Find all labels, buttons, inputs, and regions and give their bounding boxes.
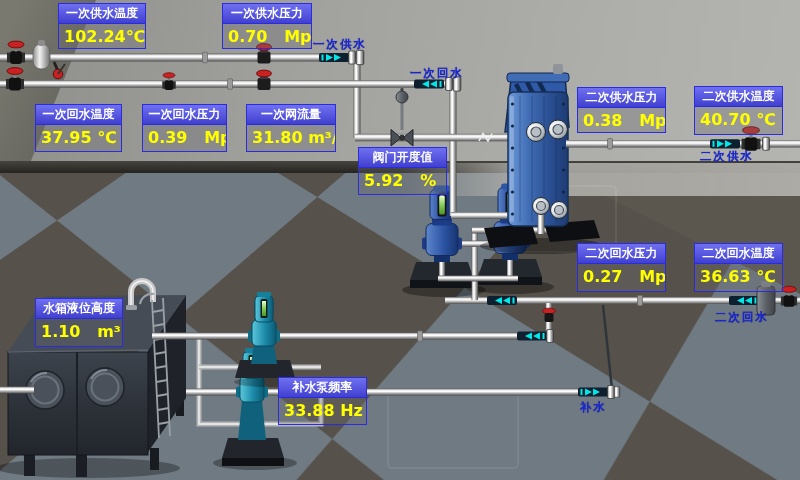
piping-diagram [0,0,800,480]
makeup-pump-freq-value: 33.88 Hz [279,398,366,424]
primary-return-pressure-value: 0.39 Mpa [143,125,226,151]
panel-primary-supply-pressure: 一次供水压力 0.70 Mpa [222,3,312,49]
makeup-injection-riser [603,305,612,389]
flow-arrows-makeup [578,387,608,396]
panel-primary-return-pressure: 一次回水压力 0.39 Mpa [142,104,227,152]
panel-primary-flow: 一次网流量 31.80 m³/h [246,104,336,152]
valve-opening-value: 5.92 % [359,168,446,194]
primary-flow-value: 31.80 m³/h [247,125,335,151]
panel-makeup-pump-freq: 补水泵频率 33.88 Hz [278,377,367,425]
panel-valve-opening: 阀门开度值 5.92 % [358,147,447,195]
valve-opening-label: 阀门开度值 [359,148,446,168]
secondary-return-pressure-label: 二次回水压力 [578,244,665,264]
flow-arrows-primary-supply [319,53,349,62]
primary-supply-temp-label: 一次供水温度 [59,4,145,24]
primary-flow-label: 一次网流量 [247,105,335,125]
tank-feed-pipe [152,330,554,343]
panel-tank-level: 水箱液位高度 1.10 m³ [35,298,123,347]
secondary-supply-temp-label: 二次供水温度 [695,87,782,107]
primary-return-temp-value: 37.95 ℃ [36,125,121,151]
primary-return-temp-label: 一次回水温度 [36,105,121,125]
hx-port [549,120,568,139]
makeup-line-front-segment [0,387,34,394]
secondary-return-pressure-value: 0.27 Mpa [578,264,665,291]
pipe-label-primary-supply: 一次供水 [313,37,367,52]
secondary-supply-pressure-value: 0.38 Mpa [578,108,665,132]
flow-arrows-secondary-return-left [487,296,517,305]
primary-return-outlet-valve [6,68,24,91]
flow-arrows-secondary-supply [710,139,740,148]
motorized-control-valve [391,88,413,146]
primary-return-pipe [0,68,461,92]
makeup-pump-freq-label: 补水泵频率 [279,378,366,398]
tank-manhole [86,368,124,406]
hx-port [527,123,546,142]
panel-secondary-supply-pressure: 二次供水压力 0.38 Mpa [577,87,666,133]
secondary-return-valve [781,286,797,307]
pipe-label-makeup-water: 补水 [580,400,607,415]
panel-primary-supply-temp: 一次供水温度 102.24℃ [58,3,146,49]
pipe-label-primary-return: 一次回水 [410,66,464,81]
hx-port [533,198,550,215]
drain-valve [53,62,65,79]
hx-port [551,202,568,219]
tank-level-value: 1.10 m³ [36,319,122,346]
flow-arrows-tank-feed [517,331,547,340]
hmi-heat-station-screen: 一次供水 一次回水 二次供水 二次回水 补水 一次供水温度 102.24℃ 一次… [0,0,800,480]
primary-supply-inlet-valve [7,41,25,64]
primary-supply-pressure-label: 一次供水压力 [223,4,311,24]
pipe-label-secondary-supply: 二次供水 [700,149,754,164]
panel-primary-return-temp: 一次回水温度 37.95 ℃ [35,104,122,152]
flow-arrows-secondary-return-right [729,296,759,305]
pipe-label-secondary-return: 二次回水 [715,310,769,325]
panel-secondary-supply-temp: 二次供水温度 40.70 ℃ [694,86,783,135]
makeup-pump-1-body [248,292,280,346]
secondary-supply-temp-value: 40.70 ℃ [695,107,782,134]
primary-return-control-valve [257,70,272,90]
primary-return-drain-valve [162,73,176,90]
panel-secondary-return-pressure: 二次回水压力 0.27 Mpa [577,243,666,292]
secondary-supply-pressure-label: 二次供水压力 [578,88,665,108]
primary-supply-pressure-value: 0.70 Mpa [223,24,311,48]
primary-return-pressure-label: 一次回水压力 [143,105,226,125]
secondary-return-temp-label: 二次回水温度 [695,244,782,264]
tank-drain-valve [543,308,556,314]
tank-level-label: 水箱液位高度 [36,299,122,319]
secondary-return-temp-value: 36.63 ℃ [695,264,782,291]
primary-supply-temp-value: 102.24℃ [59,24,145,48]
panel-secondary-return-temp: 二次回水温度 36.63 ℃ [694,243,783,292]
air-separator [33,40,50,69]
